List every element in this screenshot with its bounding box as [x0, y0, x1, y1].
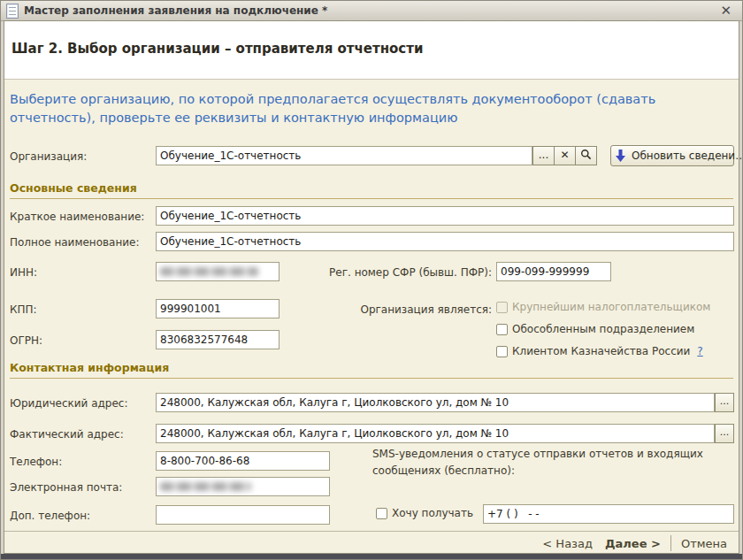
sfr-number-label: Рег. номер СФР (бывш. ПФР): [293, 266, 492, 279]
back-button[interactable]: < Назад [536, 535, 599, 552]
ogrn-label: ОГРН: [10, 334, 42, 347]
title-bar: Мастер заполнения заявления на подключен… [1, 1, 742, 21]
short-name-label: Краткое наименование: [10, 211, 144, 223]
organization-input[interactable] [156, 146, 532, 165]
download-arrow-icon [615, 150, 626, 163]
window-bottom-edge [1, 554, 742, 559]
cancel-button[interactable]: Отмена [675, 535, 733, 552]
sms-note: SMS-уведомления о статусе отправки отчет… [372, 446, 732, 479]
org-is-label: Организация является: [293, 303, 492, 316]
checkbox-box [496, 324, 508, 335]
document-icon [6, 4, 19, 19]
intro-text: Выберите организацию, по которой предпол… [10, 90, 723, 127]
organization-ellipsis-button[interactable]: ... [532, 146, 555, 165]
organization-search-button[interactable] [575, 146, 597, 165]
full-name-label: Полное наименование: [10, 236, 140, 249]
inn-input-redacted[interactable] [156, 262, 280, 281]
redacted-value [160, 482, 251, 491]
section-main-info: Основные сведения [10, 181, 733, 199]
legal-address-ellipsis-button[interactable]: ... [715, 393, 734, 412]
extra-phone-input[interactable] [156, 505, 330, 525]
sfr-number-input[interactable] [496, 262, 611, 281]
email-input-redacted[interactable] [156, 477, 330, 496]
kpp-input[interactable] [156, 299, 280, 318]
actual-address-label: Фактический адрес: [10, 428, 124, 441]
inn-label: ИНН: [10, 266, 37, 279]
checkbox-separate-subdivision[interactable]: Обособленным подразделением [496, 323, 694, 335]
close-icon[interactable]: ✕ [720, 2, 732, 19]
extra-phone-label: Доп. телефон: [10, 510, 90, 522]
legal-address-label: Юридический адрес: [10, 397, 128, 410]
wizard-window: Мастер заполнения заявления на подключен… [0, 0, 743, 560]
footer-bar: < Назад Далее > Отмена [4, 531, 739, 555]
organization-label: Организация: [10, 150, 87, 163]
email-label: Электронная почта: [10, 481, 122, 494]
ogrn-input[interactable] [156, 330, 280, 349]
page-title: Шаг 2. Выбор организации – отправителя о… [11, 41, 423, 57]
phone-input[interactable] [156, 451, 330, 471]
section-contact-info: Контактная информация [10, 361, 733, 379]
checkbox-sms-opt-in[interactable]: Хочу получать [376, 507, 473, 519]
organization-clear-button[interactable]: ✕ [554, 146, 576, 165]
actual-address-input[interactable] [156, 424, 715, 443]
footer-divider [670, 535, 671, 551]
checkbox-box [376, 508, 387, 519]
checkbox-box [496, 346, 508, 357]
phone-label: Телефон: [10, 456, 62, 468]
update-info-button[interactable]: Обновить сведени… [610, 145, 734, 166]
short-name-input[interactable] [156, 206, 734, 226]
search-icon [580, 149, 592, 160]
checkbox-treasury-client[interactable]: Клиентом Казначейства России ? [496, 345, 703, 357]
checkbox-box [496, 302, 508, 313]
actual-address-ellipsis-button[interactable]: ... [715, 424, 734, 443]
treasury-help-link[interactable]: ? [697, 345, 702, 357]
kpp-label: КПП: [10, 303, 37, 316]
legal-address-input[interactable] [156, 393, 715, 412]
redacted-value [160, 267, 258, 276]
full-name-input[interactable] [156, 232, 734, 251]
update-info-label: Обновить сведени… [632, 150, 743, 162]
window-title: Мастер заполнения заявления на подключен… [24, 4, 327, 17]
sms-phone-input[interactable] [483, 504, 734, 524]
checkbox-largest-taxpayer: Крупнейшим налогоплательщиком [496, 301, 710, 313]
next-button[interactable]: Далее > [599, 535, 667, 552]
